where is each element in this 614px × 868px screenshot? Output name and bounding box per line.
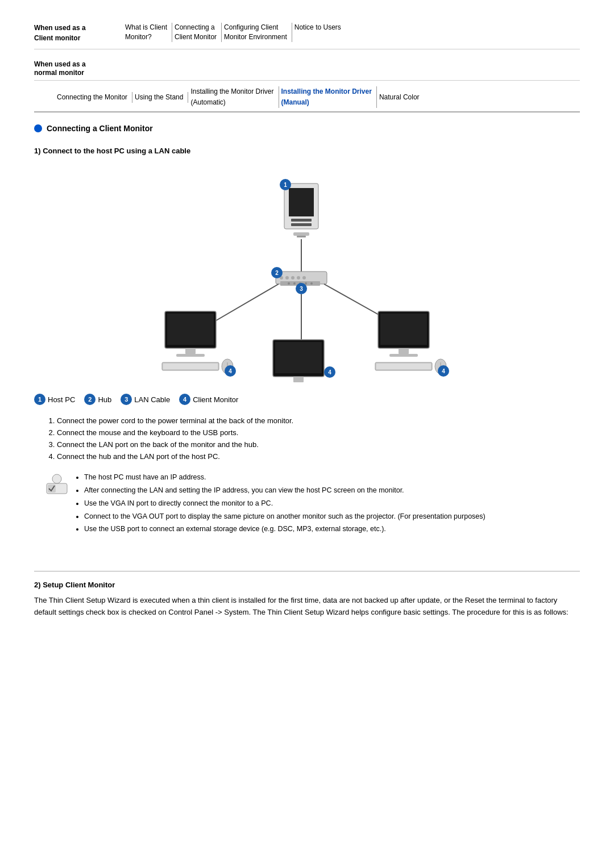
legend-label-lan: LAN Cable bbox=[134, 395, 170, 404]
nav-left-section: When used as aClient monitor bbox=[34, 23, 125, 43]
svg-rect-1 bbox=[289, 188, 314, 216]
section-heading: Connecting a Client Monitor bbox=[34, 124, 580, 133]
legend-badge-2: 2 bbox=[84, 394, 96, 405]
svg-point-16 bbox=[288, 282, 290, 285]
network-diagram: 1 2 3 bbox=[34, 166, 580, 382]
nav-normal-monitor[interactable]: When used as anormal monitor bbox=[34, 60, 86, 77]
subnav-installing-manual[interactable]: Installing the Monitor Driver(Manual) bbox=[281, 86, 377, 108]
legend-badge-1: 1 bbox=[34, 394, 45, 405]
svg-point-12 bbox=[291, 276, 294, 279]
svg-point-17 bbox=[293, 282, 296, 285]
svg-text:3: 3 bbox=[300, 286, 303, 292]
note-item-2: After connecting the LAN and setting the… bbox=[84, 485, 580, 496]
svg-rect-49 bbox=[275, 342, 322, 373]
subnav-installing-automatic[interactable]: Installing the Monitor Driver(Automatic) bbox=[190, 86, 279, 108]
svg-text:1: 1 bbox=[284, 182, 287, 188]
svg-rect-30 bbox=[185, 348, 196, 354]
section2-heading: 2) Setup Client Monitor bbox=[34, 581, 580, 589]
section-heading-text: Connecting a Client Monitor bbox=[47, 124, 153, 133]
note-item-5: Use the USB port to connect an external … bbox=[84, 524, 580, 535]
note-item-3: Use the VGA IN port to directly connect … bbox=[84, 498, 580, 509]
svg-point-13 bbox=[297, 276, 300, 279]
nav-notice-users[interactable]: Notice to Users bbox=[294, 23, 346, 32]
svg-rect-50 bbox=[293, 377, 304, 382]
note-item-1: The host PC must have an IP address. bbox=[84, 472, 580, 483]
step1-heading: 1) Connect to the host PC using a LAN ca… bbox=[34, 147, 580, 155]
svg-rect-2 bbox=[293, 232, 309, 236]
steps-list: Connect the power cord to the power term… bbox=[57, 416, 580, 461]
second-nav-row: When used as anormal monitor bbox=[34, 55, 580, 81]
legend-lan-cable: 3 LAN Cable bbox=[121, 394, 170, 405]
svg-rect-39 bbox=[380, 314, 427, 345]
legend-label-hostpc: Host PC bbox=[48, 395, 75, 404]
svg-point-19 bbox=[305, 282, 307, 285]
svg-rect-33 bbox=[163, 364, 218, 369]
legend-badge-3: 3 bbox=[121, 394, 132, 405]
legend-badge-4: 4 bbox=[179, 394, 190, 405]
nav-what-is-client[interactable]: What is ClientMonitor? bbox=[125, 23, 172, 42]
nav-right-links: What is ClientMonitor? Connecting aClien… bbox=[125, 23, 580, 42]
legend-client-monitor: 4 Client Monitor bbox=[179, 394, 238, 405]
svg-text:2: 2 bbox=[275, 270, 279, 276]
subnav-using-stand[interactable]: Using the Stand bbox=[135, 92, 188, 103]
nav-client-monitor[interactable]: When used as aClient monitor bbox=[34, 23, 125, 43]
legend-label-client: Client Monitor bbox=[193, 395, 238, 404]
diagram-legend: 1 Host PC 2 Hub 3 LAN Cable 4 Client Mon… bbox=[34, 394, 580, 405]
sub-navigation: Connecting the Monitor Using the Stand I… bbox=[34, 81, 580, 112]
svg-rect-29 bbox=[167, 314, 214, 345]
nav-connecting-client[interactable]: Connecting aClient Monitor bbox=[175, 23, 222, 42]
step-item-4: Connect the hub and the LAN port of the … bbox=[57, 452, 580, 461]
svg-rect-31 bbox=[176, 354, 205, 357]
svg-rect-40 bbox=[399, 348, 409, 354]
svg-text:4: 4 bbox=[442, 368, 445, 374]
legend-hub: 2 Hub bbox=[84, 394, 111, 405]
section2-body: The Thin Client Setup Wizard is executed… bbox=[34, 595, 580, 619]
note-list: The host PC must have an IP address. Aft… bbox=[75, 472, 580, 535]
note-item-4: Connect to the VGA OUT port to display t… bbox=[84, 511, 580, 522]
svg-text:4: 4 bbox=[229, 368, 232, 374]
step-item-1: Connect the power cord to the power term… bbox=[57, 416, 580, 425]
nav-configuring-client[interactable]: Configuring ClientMonitor Environment bbox=[224, 23, 292, 42]
svg-point-56 bbox=[52, 474, 61, 483]
subnav-natural-color[interactable]: Natural Color bbox=[379, 92, 424, 103]
section-bullet-icon bbox=[34, 124, 42, 132]
svg-line-25 bbox=[208, 284, 279, 326]
note-icon bbox=[45, 472, 68, 495]
legend-label-hub: Hub bbox=[98, 395, 111, 404]
svg-point-20 bbox=[310, 282, 313, 285]
svg-point-11 bbox=[285, 276, 289, 279]
svg-rect-43 bbox=[376, 364, 431, 369]
svg-rect-4 bbox=[291, 219, 312, 222]
top-navigation: When used as aClient monitor What is Cli… bbox=[34, 23, 580, 49]
section2: 2) Setup Client Monitor The Thin Client … bbox=[34, 571, 580, 619]
step-item-2: Connect the mouse and the keyboard to th… bbox=[57, 428, 580, 437]
svg-text:4: 4 bbox=[328, 369, 331, 375]
svg-rect-41 bbox=[389, 354, 418, 357]
note-content: The host PC must have an IP address. Aft… bbox=[75, 472, 580, 537]
legend-host-pc: 1 Host PC bbox=[34, 394, 75, 405]
svg-point-14 bbox=[302, 276, 306, 279]
diagram-svg: 1 2 3 bbox=[108, 166, 506, 382]
note-box: The host PC must have an IP address. Aft… bbox=[45, 472, 580, 537]
step-item-3: Connect the LAN port on the back of the … bbox=[57, 440, 580, 449]
svg-rect-3 bbox=[297, 236, 306, 237]
svg-rect-5 bbox=[291, 223, 312, 226]
subnav-connecting-monitor[interactable]: Connecting the Monitor bbox=[57, 92, 132, 103]
